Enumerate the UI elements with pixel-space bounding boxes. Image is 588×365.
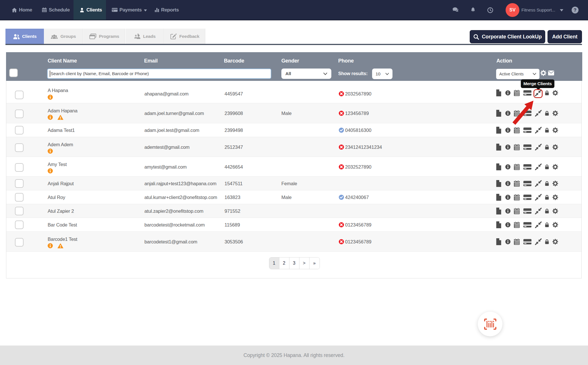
svg-text:?: ? [574, 8, 577, 13]
